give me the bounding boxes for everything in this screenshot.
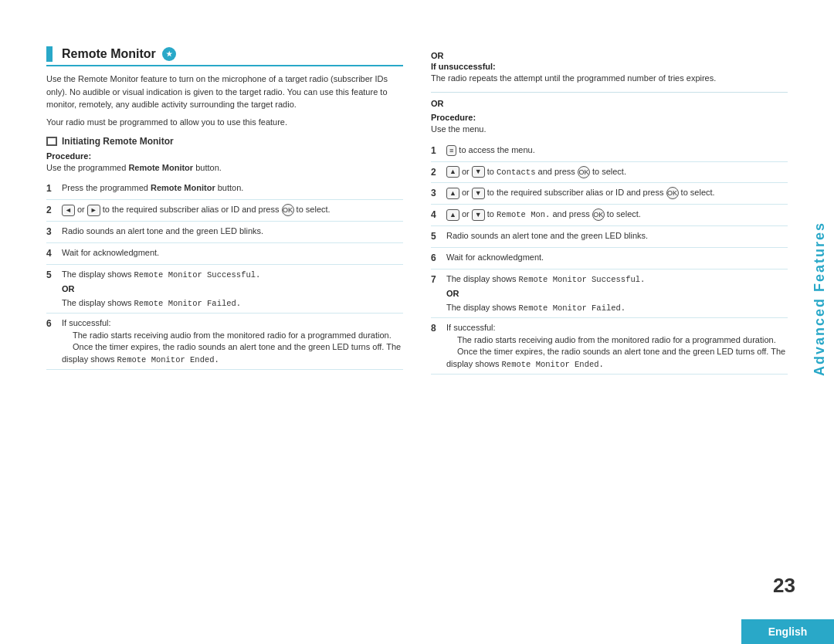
step-left-4: 4 Wait for acknowledgment. xyxy=(46,243,403,265)
intro-para-2: Your radio must be programmed to allow y… xyxy=(46,116,403,129)
sub-step-6a: The radio starts receiving audio from th… xyxy=(73,330,392,340)
nav-down-icon-3: ▼ xyxy=(472,209,485,221)
step-left-6: 6 If successful: The radio starts receiv… xyxy=(46,314,403,370)
right-or-top: OR xyxy=(431,51,788,60)
page-container: Advanced Features 23 English Remote Moni… xyxy=(0,0,834,644)
sub-step-8a: The radio starts receiving audio from th… xyxy=(457,335,776,344)
section-title: Remote Monitor ★ xyxy=(46,46,403,66)
step-right-1: 1 ≡ to access the menu. xyxy=(431,141,788,162)
ok-icon: OK xyxy=(282,204,294,216)
procedure-label-left: Procedure: xyxy=(46,151,403,161)
intro-para-1: Use the Remote Monitor feature to turn o… xyxy=(46,73,403,111)
if-unsuccessful-label: If unsuccessful: xyxy=(431,62,788,71)
ok-icon-3: OK xyxy=(666,187,679,199)
steps-left: 1 Press the programmed Remote Monitor bu… xyxy=(46,178,403,370)
title-icon: ★ xyxy=(162,47,176,61)
procedure-label-right: Procedure: xyxy=(431,113,788,122)
step-right-2: 2 ▲ or ▼ to Contacts and press OK to sel… xyxy=(431,162,788,184)
or-label-r7: OR xyxy=(446,288,788,300)
page-number: 23 xyxy=(773,574,795,598)
step-right-3: 3 ▲ or ▼ to the required subscriber alia… xyxy=(431,183,788,205)
right-procedure-block: Procedure: Use the menu. xyxy=(431,113,788,135)
nav-down-icon: ▼ xyxy=(472,166,485,178)
step-right-8: 8 If successful: The radio starts receiv… xyxy=(431,318,788,375)
step-left-1: 1 Press the programmed Remote Monitor bu… xyxy=(46,178,403,200)
or-label-5: OR xyxy=(62,283,403,295)
left-column: Remote Monitor ★ Use the Remote Monitor … xyxy=(46,46,403,598)
procedure-text-left: Use the programmed Remote Monitor button… xyxy=(46,162,403,174)
sidebar-label: Advanced Features xyxy=(805,0,834,598)
english-badge: English xyxy=(741,619,834,644)
ok-icon-2: OK xyxy=(578,166,590,178)
step-left-5: 5 The display shows Remote Monitor Succe… xyxy=(46,265,403,314)
ok-icon-4: OK xyxy=(592,208,605,221)
sub-step-8b: Once the timer expires, the radio sounds… xyxy=(446,347,785,368)
right-or-mid: OR xyxy=(431,99,788,108)
procedure-text-right: Use the menu. xyxy=(431,124,788,135)
step-right-5: 5 Radio sounds an alert tone and the gre… xyxy=(431,226,788,248)
nav-up-icon: ▲ xyxy=(446,166,459,178)
sidebar-label-text: Advanced Features xyxy=(812,222,828,376)
right-column: OR If unsuccessful: The radio repeats th… xyxy=(431,46,788,598)
steps-right: 1 ≡ to access the menu. 2 ▲ or ▼ to Cont… xyxy=(431,141,788,375)
nav-up-icon-3: ▲ xyxy=(446,209,459,221)
nav-right-icon: ► xyxy=(87,205,100,216)
sub-section-title: Initiating Remote Monitor xyxy=(46,136,403,147)
sub-section-text: Initiating Remote Monitor xyxy=(62,136,174,147)
step-right-6: 6 Wait for acknowledgment. xyxy=(431,248,788,269)
step-right-4: 4 ▲ or ▼ to Remote Mon. and press OK to … xyxy=(431,205,788,226)
menu-icon: ≡ xyxy=(446,145,456,157)
if-unsuccessful-text: The radio repeats the attempt until the … xyxy=(431,73,788,84)
step-left-3: 3 Radio sounds an alert tone and the gre… xyxy=(46,222,403,243)
sub-step-6b: Once the timer expires, the radio sounds… xyxy=(62,342,401,363)
nav-down-icon-2: ▼ xyxy=(472,188,485,199)
sub-section-bar xyxy=(46,137,57,146)
step-right-7: 7 The display shows Remote Monitor Succe… xyxy=(431,269,788,319)
section-title-bar xyxy=(46,46,53,62)
step-left-2: 2 ◄ or ► to the required subscriber alia… xyxy=(46,200,403,222)
nav-left-icon: ◄ xyxy=(62,205,75,216)
content-columns: Remote Monitor ★ Use the Remote Monitor … xyxy=(46,46,788,598)
section-title-text: Remote Monitor xyxy=(62,47,156,61)
nav-up-icon-2: ▲ xyxy=(446,188,459,199)
